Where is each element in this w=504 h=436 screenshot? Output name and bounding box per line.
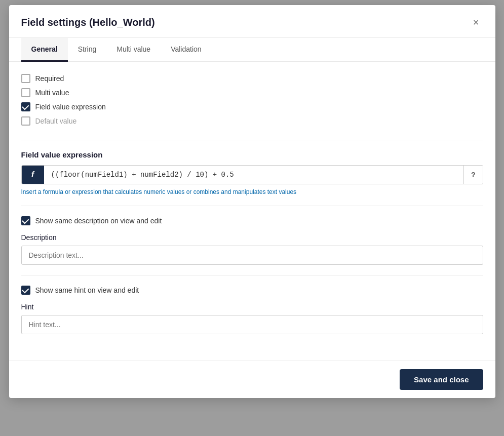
- tab-string[interactable]: String: [68, 38, 107, 62]
- show-description-checkbox-item[interactable]: Show same description on view and edit: [21, 216, 483, 225]
- divider-1: [21, 140, 483, 140]
- show-hint-checkbox[interactable]: [21, 286, 30, 295]
- default-value-checkbox[interactable]: [21, 116, 30, 126]
- description-section: Description: [21, 233, 483, 265]
- show-description-group: Show same description on view and edit D…: [21, 216, 483, 265]
- modal-footer: Save and close: [9, 361, 495, 398]
- expression-help-button[interactable]: ?: [463, 166, 483, 184]
- save-and-close-button[interactable]: Save and close: [400, 369, 483, 390]
- expression-input[interactable]: [44, 166, 463, 184]
- field-value-expression-checkbox[interactable]: [21, 102, 30, 111]
- default-value-checkbox-item[interactable]: Default value: [21, 116, 483, 126]
- modal-title: Field settings (Hello_World): [21, 17, 155, 28]
- hint-label: Hint: [21, 303, 483, 311]
- show-description-label: Show same description on view and edit: [35, 217, 162, 225]
- close-button[interactable]: ×: [469, 15, 483, 29]
- divider-2: [21, 206, 483, 206]
- modal-body: Required Multi value Field value express…: [9, 62, 495, 356]
- tab-multi-value[interactable]: Multi value: [106, 38, 161, 62]
- tabs-bar: General String Multi value Validation: [9, 38, 495, 62]
- show-hint-checkbox-item[interactable]: Show same hint on view and edit: [21, 286, 483, 295]
- description-label: Description: [21, 233, 483, 242]
- show-description-checkbox[interactable]: [21, 216, 30, 225]
- multi-value-checkbox[interactable]: [21, 88, 30, 97]
- expression-input-row: f ?: [21, 165, 483, 184]
- expression-section: Field value expression f ? Insert a form…: [21, 150, 483, 195]
- multi-value-label: Multi value: [35, 89, 69, 97]
- field-value-expression-checkbox-item[interactable]: Field value expression: [21, 102, 483, 111]
- divider-3: [21, 275, 483, 275]
- expression-prefix: f: [22, 166, 44, 184]
- show-hint-group: Show same hint on view and edit Hint: [21, 286, 483, 334]
- multi-value-checkbox-item[interactable]: Multi value: [21, 88, 483, 97]
- modal-overlay: Field settings (Hello_World) × General S…: [0, 0, 504, 436]
- required-checkbox-item[interactable]: Required: [21, 74, 483, 83]
- expression-hint-text: Insert a formula or expression that calc…: [21, 188, 483, 195]
- required-label: Required: [35, 74, 64, 83]
- checkboxes-section: Required Multi value Field value express…: [21, 74, 483, 126]
- description-input[interactable]: [21, 246, 483, 265]
- field-value-expression-label: Field value expression: [35, 103, 106, 111]
- expression-section-label: Field value expression: [21, 150, 483, 159]
- hint-section: Hint: [21, 303, 483, 334]
- default-value-label: Default value: [35, 117, 77, 125]
- required-checkbox[interactable]: [21, 74, 30, 83]
- modal-header: Field settings (Hello_World) ×: [9, 5, 495, 38]
- tab-general[interactable]: General: [21, 38, 68, 62]
- tab-validation[interactable]: Validation: [161, 38, 211, 62]
- modal-dialog: Field settings (Hello_World) × General S…: [9, 5, 495, 398]
- hint-input[interactable]: [21, 315, 483, 334]
- show-hint-label: Show same hint on view and edit: [35, 286, 139, 294]
